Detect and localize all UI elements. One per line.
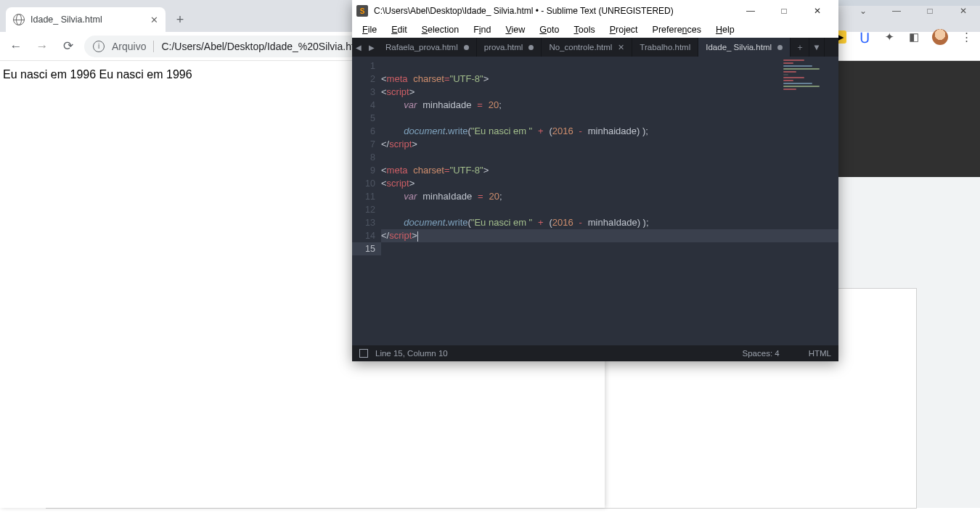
status-position[interactable]: Line 15, Column 10 bbox=[375, 349, 448, 358]
menu-edit[interactable]: Edit bbox=[385, 23, 413, 36]
chrome-tab[interactable]: Idade_ Silvia.html ✕ bbox=[6, 7, 166, 32]
menu-help[interactable]: Help bbox=[710, 23, 740, 36]
menu-tools[interactable]: Tools bbox=[568, 23, 600, 36]
tab-label: Idade_ Silvia.html bbox=[706, 43, 772, 52]
new-tab-button[interactable]: + bbox=[170, 9, 190, 30]
sublime-titlebar[interactable]: S C:\Users\Abel\Desktop\Idade_ Silvia.ht… bbox=[352, 0, 838, 22]
menu-preferences[interactable]: Preferences bbox=[647, 23, 707, 36]
menu-goto[interactable]: Goto bbox=[534, 23, 565, 36]
sublime-statusbar: Line 15, Column 10 Spaces: 4 HTML bbox=[352, 345, 838, 361]
profile-avatar[interactable] bbox=[932, 29, 948, 45]
tab-nav-fwd-icon[interactable]: ▶ bbox=[365, 38, 378, 57]
sublime-minimize-button[interactable]: — bbox=[734, 0, 767, 22]
bg-maximize-button[interactable]: □ bbox=[913, 0, 947, 22]
reload-button[interactable]: ⟳ bbox=[58, 36, 78, 57]
bg-close-button[interactable]: ✕ bbox=[947, 0, 980, 22]
sublime-tab-active[interactable]: Idade_ Silvia.html bbox=[698, 38, 791, 57]
panel-icon[interactable]: ◧ bbox=[907, 30, 920, 44]
site-info-icon[interactable]: i bbox=[93, 41, 105, 52]
sublime-tabbar: ◀ ▶ Rafaela_prova.html prova.html No_con… bbox=[352, 38, 838, 57]
tab-nav-back-icon[interactable]: ◀ bbox=[352, 38, 365, 57]
close-tab-icon[interactable]: ✕ bbox=[150, 15, 158, 25]
dirty-dot-icon bbox=[528, 45, 534, 50]
tab-label: Trabalho.html bbox=[640, 43, 690, 52]
code-area[interactable]: <meta charset="UTF-8"> <script> var minh… bbox=[381, 57, 838, 345]
sublime-tab[interactable]: prova.html bbox=[477, 38, 542, 57]
status-syntax[interactable]: HTML bbox=[809, 349, 831, 358]
line-gutter: 123456789101112131415 bbox=[352, 57, 381, 345]
status-indent[interactable]: Spaces: 4 bbox=[743, 349, 780, 358]
sublime-window: S C:\Users\Abel\Desktop\Idade_ Silvia.ht… bbox=[352, 0, 838, 361]
bg-minimize-button[interactable]: — bbox=[880, 0, 913, 22]
menu-selection[interactable]: Selection bbox=[416, 23, 465, 36]
menu-file[interactable]: File bbox=[356, 23, 383, 36]
back-button[interactable]: ← bbox=[6, 36, 26, 57]
chrome-tab-title: Idade_ Silvia.html bbox=[30, 15, 102, 25]
tab-label: Rafaela_prova.html bbox=[385, 43, 458, 52]
menu-project[interactable]: Project bbox=[604, 23, 644, 36]
extension-icon[interactable]: ⋃ bbox=[858, 30, 871, 44]
bg-chevron-icon[interactable]: ⌄ bbox=[846, 0, 880, 22]
address-bar[interactable]: i Arquivo C:/Users/Abel/Desktop/Idade_%2… bbox=[84, 36, 374, 57]
bg-window-controls: ⌄ — □ ✕ bbox=[846, 0, 980, 22]
globe-icon bbox=[13, 14, 25, 25]
tab-label: prova.html bbox=[484, 43, 523, 52]
menu-view[interactable]: View bbox=[499, 23, 531, 36]
sublime-maximize-button[interactable]: □ bbox=[767, 0, 801, 22]
new-file-tab-button[interactable]: ＋ bbox=[791, 38, 809, 57]
minimap[interactable] bbox=[783, 59, 836, 103]
menu-find[interactable]: Find bbox=[467, 23, 497, 36]
tab-dropdown-icon[interactable]: ▼ bbox=[809, 38, 825, 57]
panel-toggle-icon[interactable] bbox=[359, 349, 368, 358]
forward-button[interactable]: → bbox=[32, 36, 52, 57]
address-separator bbox=[153, 41, 154, 52]
dirty-dot-icon bbox=[464, 45, 469, 50]
sublime-close-button[interactable]: ✕ bbox=[801, 0, 834, 22]
address-prefix: Arquivo bbox=[112, 41, 146, 52]
extensions-puzzle-icon[interactable]: ✦ bbox=[883, 30, 896, 44]
sublime-title-text: C:\Users\Abel\Desktop\Idade_ Silvia.html… bbox=[374, 6, 674, 16]
tab-label: No_controle.html bbox=[549, 43, 612, 52]
close-tab-icon[interactable]: ✕ bbox=[618, 43, 624, 52]
sublime-logo-icon: S bbox=[356, 5, 368, 17]
page-text: Eu nasci em 1996 Eu nasci em 1996 bbox=[3, 68, 192, 81]
sublime-menubar: File Edit Selection Find View Goto Tools… bbox=[352, 22, 838, 38]
dirty-dot-icon bbox=[777, 45, 783, 50]
sublime-tab[interactable]: Trabalho.html bbox=[632, 38, 698, 57]
bg-extensions: ▶ ⋃ ✦ ◧ ⋮ bbox=[833, 29, 973, 45]
kebab-menu-icon[interactable]: ⋮ bbox=[960, 30, 973, 44]
sublime-tab[interactable]: Rafaela_prova.html bbox=[378, 38, 477, 57]
sublime-editor: 123456789101112131415 <meta charset="UTF… bbox=[352, 57, 838, 345]
address-path: C:/Users/Abel/Desktop/Idade_%20Silvia.ht… bbox=[161, 41, 364, 52]
sublime-tab[interactable]: No_controle.html✕ bbox=[542, 38, 632, 57]
